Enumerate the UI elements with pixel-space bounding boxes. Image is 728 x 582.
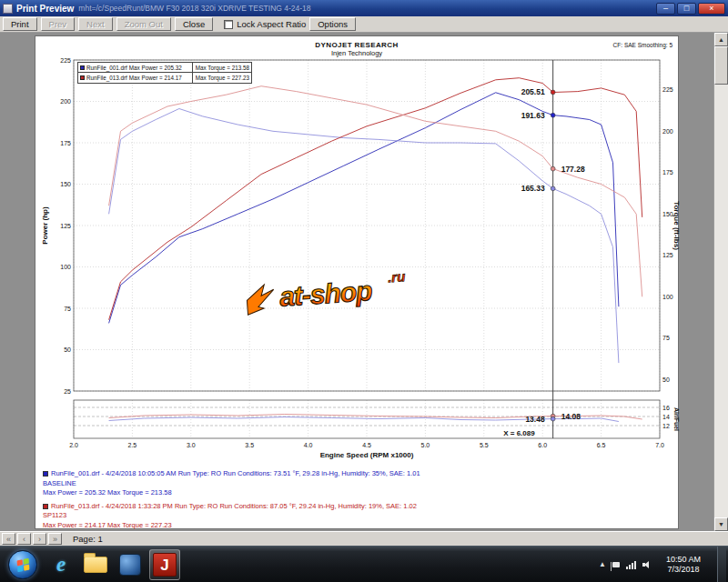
svg-text:2.0: 2.0 — [69, 442, 78, 448]
svg-text:150: 150 — [662, 211, 673, 217]
next-page-button[interactable]: Next — [78, 17, 113, 31]
dynojet-winpep-icon[interactable]: J — [149, 549, 180, 580]
prev-page-button[interactable]: Prev — [41, 17, 76, 31]
show-hidden-icons-icon[interactable]: ▲ — [599, 560, 606, 568]
cursor-value-label: 165.33 — [521, 184, 545, 193]
run-conditions-text: RunFile_013.drf - 4/24/2018 1:33:28 PM R… — [51, 502, 417, 512]
scrollbar-thumb[interactable] — [714, 46, 728, 85]
page-number-label: Page: 1 — [73, 534, 103, 544]
svg-text:6.5: 6.5 — [597, 442, 606, 448]
svg-text:5.0: 5.0 — [421, 442, 430, 448]
power-axis-title: Power (hp) — [41, 206, 49, 245]
svg-text:12: 12 — [662, 423, 670, 429]
j-tile-glyph: J — [153, 553, 177, 577]
svg-text:6.0: 6.0 — [538, 442, 547, 448]
print-preview-window: Print Preview mht=/c/SpeedRunt/BMW F30 2… — [0, 0, 728, 582]
lock-aspect-label: Lock Aspect Ratio — [237, 19, 306, 29]
folder-icon — [84, 557, 107, 573]
legend-max-power: Max Power = 214.17 — [129, 75, 190, 81]
network-icon[interactable] — [626, 560, 636, 569]
dyno-chart: at-shop.ru205.51191.63177.28165.3314.081… — [35, 53, 680, 473]
media-app-icon[interactable] — [115, 549, 146, 580]
report-brand: DYNOJET RESEARCH — [35, 41, 678, 49]
svg-text:16: 16 — [662, 405, 670, 411]
minimize-button[interactable]: – — [656, 3, 675, 15]
legend-swatch — [80, 75, 85, 80]
svg-text:2.5: 2.5 — [128, 442, 137, 448]
lock-aspect-checkbox[interactable] — [224, 20, 233, 29]
show-desktop-button[interactable] — [717, 547, 726, 582]
run-max-values: Max Power = 205.32 Max Torque = 213.58 — [43, 488, 674, 498]
svg-text:175: 175 — [662, 169, 673, 176]
svg-text:50: 50 — [662, 376, 670, 383]
smoothing-note: CF: SAE Smoothing: 5 — [613, 42, 672, 48]
last-page-button[interactable]: » — [48, 533, 62, 545]
legend-row: RunFile_001.drf Max Power = 205.32 Max T… — [78, 63, 251, 73]
first-page-button[interactable]: « — [2, 533, 15, 545]
svg-text:200: 200 — [662, 128, 673, 135]
internet-explorer-icon[interactable]: e — [46, 549, 76, 580]
cursor-x-label: X = 6.089 — [503, 429, 535, 437]
cursor-value-label: 205.51 — [521, 87, 545, 96]
svg-text:125: 125 — [662, 252, 673, 258]
scroll-up-icon[interactable]: ▲ — [714, 33, 728, 46]
af-axis-title: Air/Fuel — [673, 407, 680, 431]
legend-row: RunFile_013.drf Max Power = 214.17 Max T… — [78, 73, 251, 83]
start-button[interactable] — [8, 550, 37, 579]
svg-text:3.5: 3.5 — [245, 442, 254, 448]
report-page: DYNOJET RESEARCH Injen Technology CF: SA… — [35, 35, 679, 529]
run-max-values: Max Power = 214.17 Max Torque = 227.23 — [43, 521, 674, 531]
windows-explorer-icon[interactable] — [80, 549, 111, 580]
zoom-out-button[interactable]: Zoom Out — [116, 17, 171, 31]
run-summary-baseline: RunFile_001.drf - 4/24/2018 10:05:05 AM … — [43, 469, 674, 498]
action-center-icon[interactable] — [612, 562, 620, 567]
close-preview-button[interactable]: Close — [175, 17, 213, 31]
svg-text:25: 25 — [64, 388, 71, 395]
run-conditions-line: RunFile_013.drf - 4/24/2018 1:33:28 PM R… — [43, 502, 674, 512]
run-conditions-text: RunFile_001.drf - 4/24/2018 10:05:05 AM … — [51, 469, 420, 479]
maximize-button[interactable]: □ — [677, 3, 696, 15]
vertical-scrollbar[interactable]: ▲ ▼ — [713, 33, 728, 531]
svg-text:175: 175 — [60, 140, 71, 146]
next-page-nav-button[interactable]: › — [33, 533, 46, 545]
scroll-down-icon[interactable]: ▼ — [714, 517, 728, 531]
window-title: Print Preview — [16, 4, 74, 14]
legend-swatch — [80, 65, 85, 70]
titlebar: Print Preview mht=/c/SpeedRunt/BMW F30 2… — [0, 0, 728, 16]
previous-page-button[interactable]: ‹ — [17, 533, 31, 545]
windows-logo-icon — [17, 557, 30, 572]
cursor-value-label: 191.63 — [521, 111, 545, 120]
svg-text:75: 75 — [662, 335, 670, 341]
run-label: SP1123 — [43, 511, 674, 521]
options-button[interactable]: Options — [309, 17, 356, 31]
watermark: at-shop.ru — [246, 268, 407, 315]
svg-text:3.0: 3.0 — [187, 442, 196, 448]
run-color-bullet — [43, 471, 48, 477]
svg-text:225: 225 — [60, 57, 71, 64]
cursor-value-label: 13.48 — [525, 415, 545, 424]
cursor-marker — [551, 416, 555, 421]
system-tray: ▲ 10:50 AM 7/3/2018 — [599, 547, 726, 582]
cursor-marker — [551, 186, 555, 191]
taskbar-clock[interactable]: 10:50 AM 7/3/2018 — [658, 555, 709, 575]
svg-text:100: 100 — [662, 294, 673, 300]
svg-text:14: 14 — [662, 414, 670, 420]
svg-text:200: 200 — [60, 98, 71, 105]
print-button[interactable]: Print — [3, 17, 37, 31]
clock-time: 10:50 AM — [666, 555, 701, 565]
close-window-button[interactable]: × — [698, 3, 725, 15]
print-preview-icon — [3, 4, 13, 14]
torque-axis-title: Torque (ft-lbs) — [672, 201, 680, 250]
run-label: BASELINE — [43, 479, 674, 489]
svg-text:150: 150 — [60, 181, 71, 187]
blue-app-glyph — [119, 554, 141, 576]
taskbar: e J ▲ 10:50 AM 7/3/2018 — [0, 546, 728, 582]
legend-max-torque: Max Torque = 213.58 — [192, 63, 249, 72]
cursor-value-label: 177.28 — [561, 165, 585, 174]
curve-runfile-001-drf-torque — [109, 109, 619, 364]
volume-icon[interactable] — [642, 560, 652, 569]
window-controls: – □ × — [656, 3, 725, 15]
run-summaries: RunFile_001.drf - 4/24/2018 10:05:05 AM … — [43, 469, 674, 534]
clock-date: 7/3/2018 — [666, 565, 701, 575]
x-axis-title: Engine Speed (RPM x1000) — [320, 451, 414, 459]
